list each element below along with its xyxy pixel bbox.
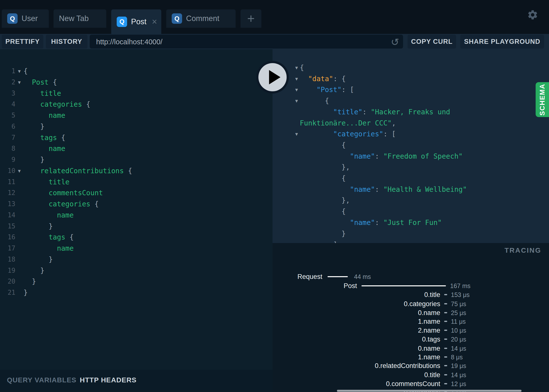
fold-arrow-icon[interactable]: ▾: [16, 66, 23, 77]
code-line: }: [300, 228, 346, 239]
tracing-span-time: 14 μs: [451, 370, 466, 379]
line-number: 4: [0, 99, 15, 110]
code-line: commentsCount: [24, 187, 103, 198]
line-number: 3: [0, 88, 15, 99]
tracing-span-time: 44 ms: [354, 272, 371, 281]
tracing-row: 1.name11 μs: [273, 317, 549, 326]
query-badge: Q: [7, 13, 18, 24]
code-line: title: [24, 88, 61, 99]
tracing-span-label: 0.title: [424, 370, 440, 379]
tracing-span-time: 20 μs: [451, 335, 466, 344]
tracing-dash: [444, 365, 447, 366]
code-line: "name": "Health & Wellbeing": [300, 184, 467, 195]
tracing-span-time: 14 μs: [451, 344, 466, 353]
tracing-dash: [444, 312, 447, 313]
line-number: 13: [0, 198, 15, 210]
tracing-row: 0.categories75 μs: [273, 299, 549, 308]
query-badge: Q: [172, 13, 182, 24]
line-number: 16: [0, 232, 15, 243]
tracing-span-time: 8 μs: [451, 353, 463, 362]
line-number: 14: [0, 210, 15, 221]
code-line: }: [24, 265, 44, 276]
new-tab-button[interactable]: +: [241, 9, 261, 28]
plus-icon: +: [247, 12, 255, 25]
history-button[interactable]: HISTORY: [46, 35, 87, 49]
fold-arrow-icon[interactable]: ▾: [293, 95, 300, 106]
code-line: },: [300, 162, 350, 173]
editor-footer: QUERY VARIABLES HTTP HEADERS: [0, 370, 273, 392]
graphql-playground: QUserNew TabQPost×QComment + PRETTIFY HI…: [0, 0, 549, 392]
query-badge: Q: [117, 17, 127, 27]
tracing-span-label: 0.name: [418, 308, 440, 317]
line-number: 21: [0, 287, 15, 298]
tab-new-tab[interactable]: New Tab: [54, 9, 106, 28]
query-editor[interactable]: 1▾{2▾ Post {3 title4 categories {5 name6…: [0, 49, 273, 370]
tracing-dash: [444, 330, 447, 331]
endpoint-url-input[interactable]: [96, 35, 382, 49]
fold-arrow-icon[interactable]: ▾: [293, 73, 300, 84]
tracing-row: 1.name8 μs: [273, 353, 549, 362]
endpoint-url-box: ↺: [90, 35, 403, 49]
tracing-dash: [444, 374, 447, 375]
tracing-span-time: 167 ms: [450, 281, 470, 290]
fold-arrow-icon[interactable]: ▾: [293, 62, 300, 73]
tracing-span-label: 0.title: [424, 290, 440, 299]
execute-button[interactable]: [256, 61, 289, 94]
line-number: 20: [0, 276, 15, 287]
code-line: name: [24, 210, 74, 221]
tracing-row: 2.name10 μs: [273, 326, 549, 335]
prettify-button[interactable]: PRETTIFY: [2, 35, 43, 49]
line-number: 11: [0, 176, 15, 188]
share-playground-button[interactable]: SHARE PLAYGROUND: [460, 35, 544, 49]
code-line: ]: [300, 239, 337, 243]
horizontal-scrollbar-thumb[interactable]: [337, 390, 522, 392]
tracing-span-label: 0.commentsCount: [386, 379, 440, 388]
code-line: title: [24, 176, 69, 188]
reload-schema-icon[interactable]: ↺: [391, 35, 399, 49]
http-headers-tab[interactable]: HTTP HEADERS: [80, 376, 137, 384]
tab-comment[interactable]: QComment: [166, 9, 236, 28]
tab-post[interactable]: QPost×: [111, 9, 161, 34]
code-line: name: [24, 143, 65, 154]
code-line: }: [24, 276, 36, 287]
fold-arrow-icon[interactable]: ▾: [16, 77, 23, 88]
tracing-panel: TRACING Request44 msPost167 ms0.title153…: [273, 243, 549, 392]
schema-tab-button[interactable]: SCHEMA: [536, 82, 549, 117]
play-icon: [269, 70, 280, 84]
tracing-duration-bar: [328, 276, 348, 277]
tracing-dash: [444, 294, 447, 295]
code-line: },: [300, 195, 350, 206]
tracing-row: 0.title14 μs: [273, 370, 549, 379]
line-number: 8: [0, 143, 15, 154]
tracing-dash: [444, 348, 447, 349]
tracing-span-label: Post: [344, 281, 357, 290]
tracing-span-label: 1.name: [418, 317, 440, 326]
code-line: categories {: [24, 99, 90, 110]
fold-arrow-icon[interactable]: ▾: [293, 128, 300, 140]
close-icon[interactable]: ×: [152, 17, 157, 26]
tracing-row: Post167 ms: [273, 281, 549, 290]
tracing-duration-bar: [361, 285, 446, 286]
tracing-dash: [444, 321, 447, 322]
code-line: }: [24, 254, 53, 265]
tab-label: User: [22, 14, 38, 23]
tracing-dash: [444, 339, 447, 340]
settings-button[interactable]: [527, 9, 538, 21]
code-line: name: [24, 243, 74, 254]
query-variables-tab[interactable]: QUERY VARIABLES: [7, 376, 77, 384]
line-number: 9: [0, 154, 15, 165]
line-number: 2: [0, 77, 15, 88]
line-number: 1: [0, 66, 15, 77]
tracing-row: 0.name14 μs: [273, 344, 549, 353]
fold-arrow-icon[interactable]: ▾: [16, 165, 23, 176]
tab-user[interactable]: QUser: [2, 9, 49, 28]
tracing-span-label: 0.categories: [404, 299, 440, 308]
gear-icon: [527, 17, 538, 21]
code-line: Post {: [24, 77, 57, 88]
tracing-dash: [444, 303, 447, 304]
fold-arrow-icon[interactable]: ▾: [293, 84, 300, 95]
tracing-span-label: Request: [297, 272, 322, 281]
tracing-span-time: 19 μs: [451, 361, 466, 370]
copy-curl-button[interactable]: COPY CURL: [408, 35, 456, 49]
tracing-span-label: 0.name: [418, 344, 440, 353]
